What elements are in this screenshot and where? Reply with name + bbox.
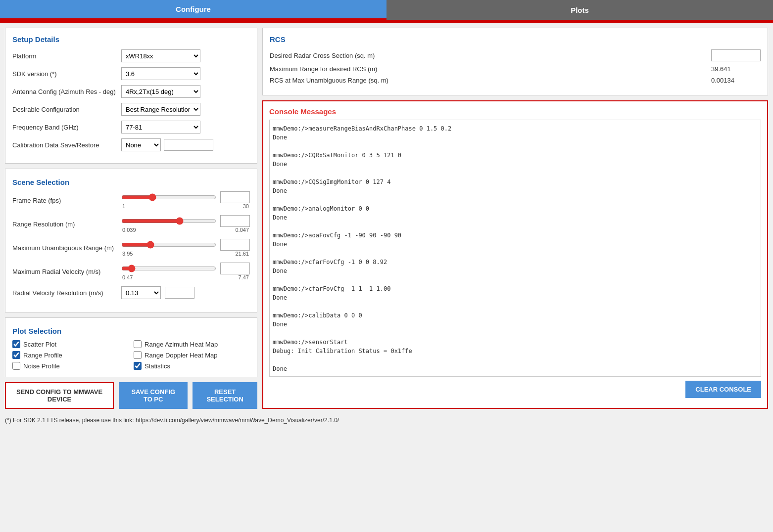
- rcs-title: RCS: [270, 35, 761, 44]
- range-res-slider[interactable]: [121, 217, 216, 225]
- noise-profile-item: Noise Profile: [12, 362, 129, 370]
- statistics-item: Statistics: [134, 362, 250, 370]
- frame-rate-slider-container: 10 1 30: [121, 191, 250, 209]
- rcs-max-range-row: Maximum Range for desired RCS (m) 39.641: [270, 65, 761, 73]
- setup-title: Setup Details: [12, 35, 250, 44]
- calibration-select[interactable]: None Save Restore: [121, 138, 161, 151]
- frame-rate-slider[interactable]: [121, 193, 216, 202]
- velocity-res-label: Radial Velocity Resolution (m/s): [12, 289, 121, 297]
- max-range-slider[interactable]: [121, 240, 216, 249]
- rcs-max-range-label: Maximum Range for desired RCS (m): [270, 65, 711, 73]
- main-content: Setup Details Platform xWR18xx xWR14xx x…: [0, 23, 773, 414]
- range-profile-checkbox[interactable]: [12, 351, 20, 359]
- frequency-control: 77-81 76-77: [121, 121, 250, 133]
- antenna-control: 4Rx,2Tx(15 deg) 4Rx,1Tx(30 deg): [121, 85, 250, 98]
- rcs-at-max-label: RCS at Max Unambiguous Range (sq. m): [270, 77, 711, 84]
- max-velocity-max: 7.47: [239, 274, 249, 280]
- rcs-at-max-row: RCS at Max Unambiguous Range (sq. m) 0.0…: [270, 77, 761, 84]
- top-bar: Configure Plots: [0, 0, 773, 20]
- rcs-card: RCS Desired Radar Cross Section (sq. m) …: [262, 28, 768, 95]
- range-azimuth-checkbox[interactable]: [134, 340, 142, 348]
- console-output[interactable]: mmwDemo:/>extendedMaxVelocity -1 0 Done …: [269, 120, 761, 377]
- sdk-label: SDK version (*): [12, 70, 121, 78]
- velocity-res-select[interactable]: 0.13 0.26: [121, 286, 161, 299]
- rcs-desired-label: Desired Radar Cross Section (sq. m): [270, 52, 711, 59]
- frequency-row: Frequency Band (GHz) 77-81 76-77: [12, 121, 250, 133]
- max-range-input[interactable]: 9.02: [220, 239, 250, 251]
- frame-rate-input[interactable]: 10: [220, 191, 250, 203]
- console-card: Console Messages mmwDemo:/>extendedMaxVe…: [262, 100, 768, 409]
- rcs-desired-row: Desired Radar Cross Section (sq. m) 0.5: [270, 49, 761, 61]
- max-range-row: Maximum Unambiguous Range (m) 9.02 3.95 …: [12, 239, 250, 257]
- range-res-row: Range Resolution (m) 0.044 0.039 0.047: [12, 215, 250, 233]
- sdk-select[interactable]: 3.6 3.5 3.4: [121, 67, 200, 80]
- desirable-label: Desirable Configuration: [12, 106, 121, 113]
- max-velocity-row: Maximum Radial Velocity (m/s) 1 0.47 7.4…: [12, 263, 250, 280]
- tab-configure[interactable]: Configure: [0, 0, 386, 20]
- desirable-row: Desirable Configuration Best Range Resol…: [12, 103, 250, 116]
- rcs-desired-input[interactable]: 0.5: [711, 49, 761, 61]
- console-title: Console Messages: [269, 107, 761, 116]
- console-footer: CLEAR CONSOLE: [269, 381, 761, 398]
- max-range-slider-container: 9.02 3.95 21.61: [121, 239, 250, 257]
- range-res-min: 0.039: [122, 227, 136, 233]
- frequency-select[interactable]: 77-81 76-77: [121, 121, 200, 133]
- range-azimuth-label: Range Azimuth Heat Map: [145, 341, 218, 348]
- antenna-select[interactable]: 4Rx,2Tx(15 deg) 4Rx,1Tx(30 deg): [121, 85, 200, 98]
- scene-title: Scene Selection: [12, 178, 250, 186]
- calibration-control: None Save Restore 0x1F0000: [121, 138, 250, 151]
- max-velocity-slider[interactable]: [121, 264, 216, 273]
- noise-profile-checkbox[interactable]: [12, 362, 20, 370]
- tab-plots[interactable]: Plots: [386, 0, 773, 20]
- statistics-checkbox[interactable]: [134, 362, 142, 370]
- frame-rate-row: Frame Rate (fps) 10 1 30: [12, 191, 250, 209]
- rcs-max-range-value: 39.641: [711, 65, 761, 73]
- max-range-max: 21.61: [235, 251, 249, 257]
- scatter-plot-checkbox[interactable]: [12, 340, 20, 348]
- footer-note: (*) For SDK 2.1 LTS release, please use …: [0, 414, 773, 427]
- range-res-max: 0.047: [235, 227, 249, 233]
- velocity-res-controls: 0.13 0.26 0.13: [121, 286, 194, 299]
- range-doppler-item: Range Doppler Heat Map: [134, 351, 250, 359]
- range-azimuth-item: Range Azimuth Heat Map: [134, 340, 250, 348]
- left-panel: Setup Details Platform xWR18xx xWR14xx x…: [5, 28, 257, 409]
- platform-select[interactable]: xWR18xx xWR14xx xWR16xx: [121, 49, 200, 62]
- max-velocity-input[interactable]: 1: [220, 263, 250, 274]
- reset-button[interactable]: RESET SELECTION: [193, 382, 257, 409]
- bottom-buttons: SEND CONFIG TO MMWAVE DEVICE SAVE CONFIG…: [5, 382, 257, 409]
- range-res-input[interactable]: 0.044: [220, 215, 250, 227]
- scatter-plot-item: Scatter Plot: [12, 340, 129, 348]
- scene-card: Scene Selection Frame Rate (fps) 10 1 30…: [5, 169, 257, 312]
- max-range-label: Maximum Unambiguous Range (m): [12, 244, 121, 252]
- range-profile-item: Range Profile: [12, 351, 129, 359]
- calibration-label: Calibration Data Save/Restore: [12, 141, 121, 149]
- right-panel: RCS Desired Radar Cross Section (sq. m) …: [262, 28, 768, 409]
- frequency-label: Frequency Band (GHz): [12, 124, 121, 131]
- save-config-button[interactable]: SAVE CONFIG TO PC: [119, 382, 188, 409]
- antenna-label: Antenna Config (Azimuth Res - deg): [12, 88, 121, 95]
- max-velocity-min: 0.47: [122, 274, 133, 280]
- send-config-button[interactable]: SEND CONFIG TO MMWAVE DEVICE: [5, 382, 114, 409]
- clear-console-button[interactable]: CLEAR CONSOLE: [685, 381, 761, 398]
- calibration-input[interactable]: 0x1F0000: [164, 139, 213, 151]
- range-doppler-checkbox[interactable]: [134, 351, 142, 359]
- calibration-row: Calibration Data Save/Restore None Save …: [12, 138, 250, 151]
- rcs-at-max-value: 0.00134: [711, 77, 761, 84]
- velocity-res-input[interactable]: 0.13: [165, 287, 194, 299]
- platform-label: Platform: [12, 52, 121, 60]
- desirable-select[interactable]: Best Range Resolution Best Velocity Reso…: [121, 103, 200, 116]
- plot-selection-title: Plot Selection: [12, 327, 250, 335]
- max-velocity-slider-container: 1 0.47 7.47: [121, 263, 250, 280]
- setup-card: Setup Details Platform xWR18xx xWR14xx x…: [5, 28, 257, 164]
- antenna-row: Antenna Config (Azimuth Res - deg) 4Rx,2…: [12, 85, 250, 98]
- sdk-row: SDK version (*) 3.6 3.5 3.4: [12, 67, 250, 80]
- frame-rate-max: 30: [243, 203, 249, 209]
- platform-control: xWR18xx xWR14xx xWR16xx: [121, 49, 250, 62]
- velocity-res-row: Radial Velocity Resolution (m/s) 0.13 0.…: [12, 286, 250, 299]
- range-res-label: Range Resolution (m): [12, 221, 121, 228]
- scatter-plot-label: Scatter Plot: [23, 341, 56, 348]
- checkbox-grid: Scatter Plot Range Azimuth Heat Map Rang…: [12, 340, 250, 370]
- range-profile-label: Range Profile: [23, 352, 62, 359]
- noise-profile-label: Noise Profile: [23, 362, 60, 370]
- sdk-control: 3.6 3.5 3.4: [121, 67, 250, 80]
